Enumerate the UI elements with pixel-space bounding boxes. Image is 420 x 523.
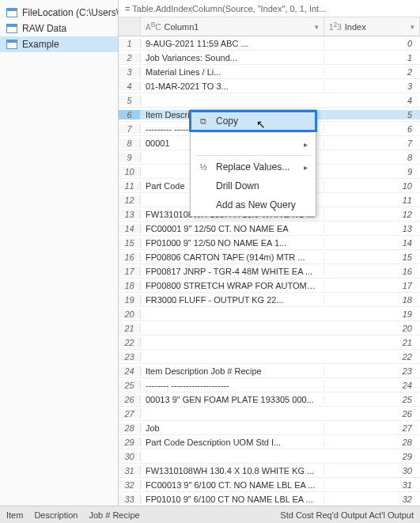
row-number[interactable]: 22 [119, 338, 141, 347]
row-number[interactable]: 2 [119, 53, 141, 63]
cell[interactable]: 13 [324, 224, 420, 233]
row-number[interactable]: 25 [119, 381, 141, 390]
row-number[interactable]: 7 [119, 124, 141, 134]
row-number[interactable]: 17 [119, 267, 141, 276]
table-row[interactable]: 2120 [119, 321, 420, 335]
row-number[interactable]: 9 [119, 153, 141, 162]
cell[interactable]: 26 [324, 409, 420, 419]
row-number[interactable]: 13 [119, 210, 141, 219]
cell[interactable]: 19 [324, 309, 420, 319]
row-number[interactable]: 29 [119, 438, 141, 447]
row-number[interactable]: 15 [119, 238, 141, 248]
table-row[interactable]: 33 FP01010 9" 6/100 CT NO NAME LBL EA ..… [119, 492, 420, 506]
query-item[interactable]: Example [0, 36, 118, 52]
cell[interactable]: 29 [324, 452, 420, 461]
select-all-corner[interactable] [119, 17, 141, 36]
row-number[interactable]: 19 [119, 295, 141, 305]
cell[interactable]: FP01010 9" 6/100 CT NO NAME LBL EA ... [141, 495, 324, 504]
row-number[interactable]: 21 [119, 324, 141, 333]
row-number[interactable]: 3 [119, 67, 141, 77]
cell[interactable]: 27 [324, 423, 420, 433]
formula-bar[interactable]: = Table.AddIndexColumn(Source, "Index", … [119, 0, 420, 17]
menu-item-copy[interactable]: ⧉ Copy [191, 112, 316, 131]
cell[interactable]: FP00800 STRETCH WRAP FOR AUTOMATI ... [141, 281, 324, 290]
cell[interactable]: 4 [324, 96, 420, 105]
row-number[interactable]: 33 [119, 495, 141, 504]
cell[interactable]: 3 [324, 81, 420, 91]
table-row[interactable]: 32 FC00013 9" 6/100 CT. NO NAME LBL EA .… [119, 478, 420, 492]
table-row[interactable]: 16 FP00806 CARTON TAPE (914m) MTR ...15 [119, 250, 420, 264]
table-row[interactable]: 14 FC00001 9" 12/50 CT. NO NAME EA13 [119, 222, 420, 236]
table-row[interactable]: 28 Job27 [119, 421, 420, 435]
row-number[interactable]: 10 [119, 167, 141, 176]
cell[interactable]: Job [141, 423, 324, 433]
cell[interactable]: Job Variances: Sound... [141, 53, 324, 63]
cell[interactable]: FR3000 FLUFF - OUTPUT KG 22... [141, 295, 324, 305]
table-row[interactable]: 29 Part Code Description UOM Std I...28 [119, 435, 420, 449]
cell[interactable]: 8 [324, 153, 420, 162]
row-number[interactable]: 28 [119, 423, 141, 433]
cell[interactable]: 9 [324, 167, 420, 176]
table-row[interactable]: 24Item Description Job # Recipe23 [119, 364, 420, 378]
grid-rows[interactable]: 19-AUG-2021 11:59 ABC ...02 Job Variance… [119, 36, 420, 506]
column-header[interactable]: ABC Column1 ▾ [141, 17, 324, 36]
row-number[interactable]: 12 [119, 195, 141, 205]
cell[interactable]: 9-AUG-2021 11:59 ABC ... [141, 39, 324, 48]
table-row[interactable]: 2221 [119, 335, 420, 350]
table-row[interactable]: 19 FR3000 FLUFF - OUTPUT KG 22...18 [119, 293, 420, 307]
menu-item-drill-down[interactable]: Drill Down [191, 176, 316, 195]
cell[interactable]: FC00001 9" 12/50 CT. NO NAME EA [141, 224, 324, 233]
row-number[interactable]: 24 [119, 366, 141, 376]
cell[interactable]: 7 [324, 138, 420, 148]
dropdown-icon[interactable]: ▾ [315, 23, 319, 31]
row-number[interactable]: 23 [119, 352, 141, 362]
table-row[interactable]: 2726 [119, 407, 420, 421]
cell[interactable]: 25 [324, 395, 420, 404]
cell[interactable]: 00013 9" GEN FOAM PLATE 193305 000... [141, 395, 324, 404]
cell[interactable]: FC00013 9" 6/100 CT. NO NAME LBL EA ... [141, 480, 324, 490]
cell[interactable]: 17 [324, 281, 420, 290]
cell[interactable]: 12 [324, 210, 420, 219]
dropdown-icon[interactable]: ▾ [411, 23, 414, 31]
table-row[interactable]: 2 Job Variances: Sound...1 [119, 51, 420, 65]
query-item[interactable]: FileLocation (C:\Users\lisde... [0, 5, 118, 21]
cell[interactable]: 16 [324, 267, 420, 276]
row-number[interactable]: 6 [119, 110, 141, 119]
row-number[interactable]: 4 [119, 81, 141, 91]
cell[interactable]: 32 [324, 495, 420, 504]
cell[interactable]: 20 [324, 324, 420, 333]
cell[interactable]: -------- -------------------- [141, 381, 324, 390]
table-row[interactable]: 3029 [119, 449, 420, 464]
cell[interactable]: Part Code Description UOM Std I... [141, 438, 324, 447]
cell[interactable]: Item Description Job # Recipe [141, 366, 324, 376]
cell[interactable]: 24 [324, 381, 420, 390]
cell[interactable]: FP01000 9" 12/50 NO NAME EA 1... [141, 238, 324, 248]
row-number[interactable]: 30 [119, 452, 141, 461]
cell[interactable]: 23 [324, 366, 420, 376]
row-number[interactable]: 16 [119, 252, 141, 262]
row-number[interactable]: 20 [119, 309, 141, 319]
table-row[interactable]: 31 FW1310108WH 130.4 X 10.8 WHITE KG ...… [119, 464, 420, 478]
row-number[interactable]: 14 [119, 224, 141, 233]
row-number[interactable]: 26 [119, 395, 141, 404]
table-row[interactable]: 15 FP01000 9" 12/50 NO NAME EA 1...14 [119, 236, 420, 250]
cell[interactable]: 30 [324, 466, 420, 476]
row-number[interactable]: 8 [119, 138, 141, 148]
cell[interactable]: 01-MAR-2021 TO 3... [141, 81, 324, 91]
cell[interactable]: 0 [324, 39, 420, 48]
cell[interactable]: 5 [324, 110, 420, 119]
table-row[interactable]: 2019 [119, 307, 420, 321]
table-row[interactable]: 17 FP00817 JNRP - TGR-4 48M WHITE EA ...… [119, 264, 420, 279]
row-number[interactable]: 32 [119, 480, 141, 490]
cell[interactable]: 21 [324, 338, 420, 347]
table-row[interactable]: 19-AUG-2021 11:59 ABC ...0 [119, 36, 420, 51]
table-row[interactable]: 18 FP00800 STRETCH WRAP FOR AUTOMATI ...… [119, 279, 420, 293]
cell[interactable]: 18 [324, 295, 420, 305]
table-row[interactable]: 3 Material Lines / Li...2 [119, 65, 420, 79]
row-number[interactable]: 11 [119, 181, 141, 191]
column-header[interactable]: 123 Index ▾ [324, 17, 420, 36]
table-row[interactable]: 25-------- --------------------24 [119, 378, 420, 392]
cell[interactable]: 31 [324, 480, 420, 490]
cell[interactable]: 14 [324, 238, 420, 248]
cell[interactable]: FP00817 JNRP - TGR-4 48M WHITE EA ... [141, 267, 324, 276]
